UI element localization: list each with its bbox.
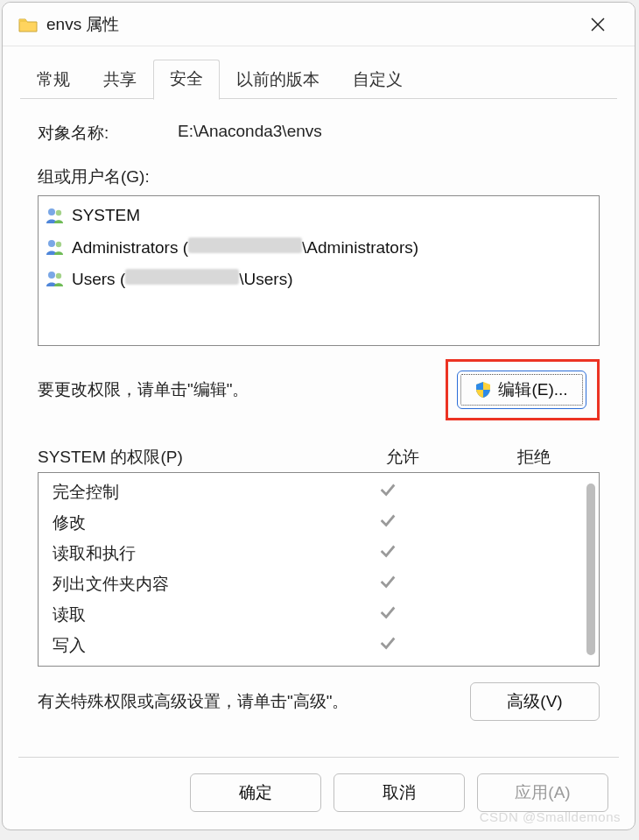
list-item-label: Administrators (\Administrators): [72, 237, 418, 258]
list-item[interactable]: Users (\Users): [46, 263, 592, 294]
svg-point-0: [48, 208, 55, 215]
titlebar: envs 属性: [3, 3, 635, 46]
dialog-button-bar: 确定 取消 应用(A): [3, 758, 635, 829]
permissions-header-allow: 允许: [337, 446, 468, 469]
permissions-header-name: SYSTEM 的权限(P): [38, 446, 337, 469]
svg-point-3: [56, 242, 61, 247]
shield-icon: [475, 381, 491, 399]
edit-button-label: 编辑(E)...: [498, 378, 567, 401]
svg-point-1: [56, 210, 61, 215]
permission-row: 读取: [53, 599, 585, 630]
groups-listbox[interactable]: SYSTEM Administrators (\Administrators) …: [38, 195, 600, 346]
folder-icon: [18, 17, 38, 32]
list-item[interactable]: Administrators (\Administrators): [46, 231, 592, 263]
check-icon: [322, 480, 453, 505]
permission-name: 列出文件夹内容: [53, 573, 322, 596]
cancel-button[interactable]: 取消: [334, 773, 465, 812]
permission-row: 完全控制: [53, 476, 585, 507]
users-icon: [46, 238, 65, 256]
permission-name: 写入: [53, 634, 322, 657]
check-icon: [322, 541, 453, 566]
check-icon: [322, 511, 453, 535]
ok-button[interactable]: 确定: [190, 773, 321, 812]
permission-name: 读取和执行: [53, 542, 322, 565]
tab-previous-versions[interactable]: 以前的版本: [220, 60, 336, 100]
advanced-button[interactable]: 高级(V): [470, 682, 600, 721]
list-item-label: SYSTEM: [72, 206, 140, 225]
svg-point-4: [48, 272, 55, 279]
highlight-annotation: 编辑(E)...: [446, 359, 600, 420]
apply-button[interactable]: 应用(A): [477, 773, 608, 812]
list-item[interactable]: SYSTEM: [46, 200, 592, 231]
scrollbar[interactable]: [586, 484, 595, 655]
tab-general[interactable]: 常规: [20, 60, 87, 100]
permission-row: 修改: [53, 507, 585, 538]
properties-window: envs 属性 常规 共享 安全 以前的版本 自定义 对象名称: E:\Anac…: [2, 2, 635, 830]
permission-name: 读取: [53, 604, 322, 626]
tab-sharing[interactable]: 共享: [87, 60, 153, 100]
advanced-hint: 有关特殊权限或高级设置，请单击"高级"。: [38, 690, 470, 713]
permissions-listbox[interactable]: 完全控制 修改 读取和执行 列出文件夹内容: [38, 472, 600, 667]
check-icon: [322, 603, 453, 627]
users-icon: [46, 270, 65, 287]
permission-row: 读取和执行: [53, 538, 585, 568]
edit-hint: 要更改权限，请单击"编辑"。: [38, 378, 446, 401]
tab-security[interactable]: 安全: [153, 60, 220, 100]
check-icon: [322, 572, 453, 596]
advanced-button-label: 高级(V): [507, 690, 562, 713]
close-button[interactable]: [577, 4, 619, 46]
users-icon: [46, 207, 65, 224]
permission-row: 写入: [53, 630, 585, 660]
groups-label: 组或用户名(G):: [38, 166, 600, 188]
permission-row: 列出文件夹内容: [53, 568, 585, 599]
check-icon: [322, 633, 453, 658]
svg-point-5: [56, 273, 61, 279]
tabstrip: 常规 共享 安全 以前的版本 自定义: [3, 46, 635, 99]
window-title: envs 属性: [46, 13, 119, 36]
edit-button[interactable]: 编辑(E)...: [457, 371, 586, 409]
permission-name: 修改: [53, 512, 322, 534]
object-name-label: 对象名称:: [38, 122, 178, 145]
svg-point-2: [48, 240, 55, 247]
object-name-value: E:\Anaconda3\envs: [178, 122, 322, 145]
permission-name: 完全控制: [53, 481, 322, 504]
list-item-label: Users (\Users): [72, 269, 292, 289]
tab-content-security: 对象名称: E:\Anaconda3\envs 组或用户名(G): SYSTEM…: [3, 99, 635, 757]
permissions-header-deny: 拒绝: [468, 446, 600, 469]
tab-customize[interactable]: 自定义: [336, 60, 419, 100]
